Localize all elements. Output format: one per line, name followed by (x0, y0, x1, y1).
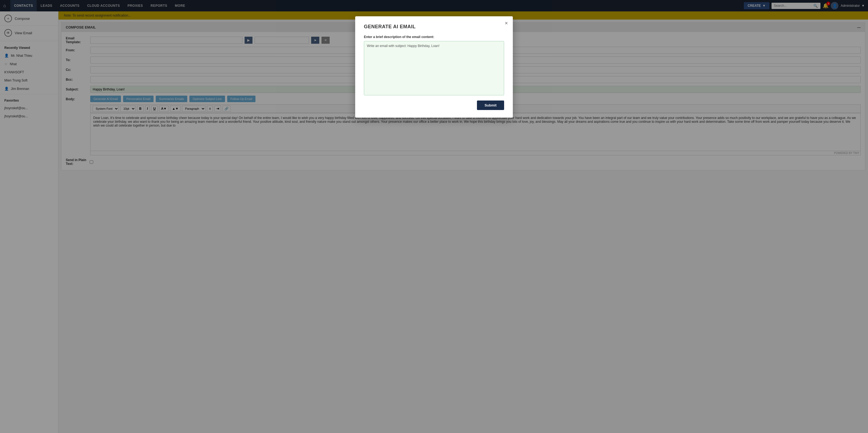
generate-ai-email-modal: × GENERATE AI EMAIL Enter a brief descri… (355, 16, 513, 118)
modal-overlay: × GENERATE AI EMAIL Enter a brief descri… (0, 0, 868, 433)
modal-footer: Submit (364, 101, 504, 110)
modal-title: GENERATE AI EMAIL (364, 24, 504, 30)
modal-description-label: Enter a brief description of the email c… (364, 35, 504, 39)
modal-close-button[interactable]: × (505, 20, 508, 26)
modal-description-textarea[interactable]: Write an email with subject: Happy Birth… (364, 41, 504, 95)
modal-submit-button[interactable]: Submit (477, 101, 504, 110)
